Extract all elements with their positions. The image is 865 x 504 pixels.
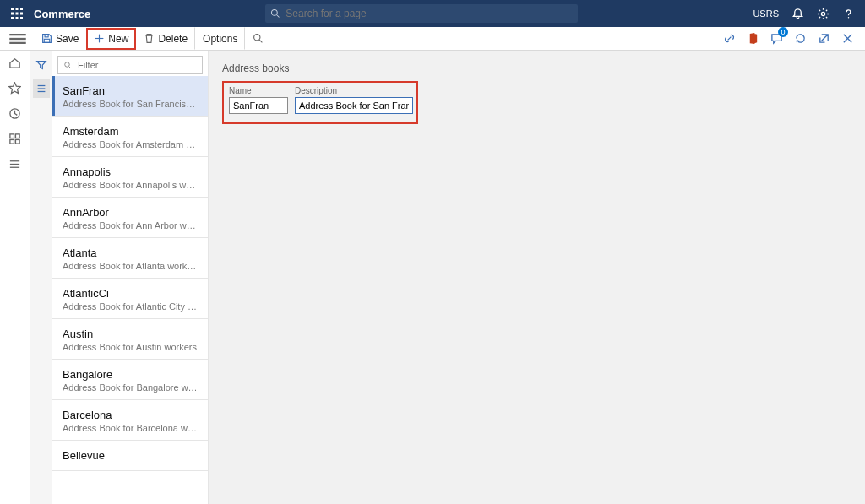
search-icon — [270, 8, 280, 19]
list-item[interactable]: BangaloreAddress Book for Bangalore work… — [52, 360, 208, 400]
delete-label: Delete — [158, 33, 188, 45]
refresh-icon[interactable] — [791, 30, 809, 48]
list-item-name: Austin — [63, 328, 198, 340]
svg-rect-25 — [10, 133, 14, 138]
list-item[interactable]: AnnArborAddress Book for Ann Arbor worke… — [52, 198, 208, 238]
delete-button[interactable]: Delete — [136, 27, 195, 50]
list-filter[interactable] — [57, 56, 203, 74]
options-button[interactable]: Options — [195, 27, 245, 50]
user-label[interactable]: USRS — [753, 8, 779, 19]
svg-point-35 — [65, 62, 70, 67]
svg-rect-4 — [16, 13, 19, 15]
options-label: Options — [203, 33, 237, 45]
svg-rect-0 — [11, 8, 14, 10]
list-item[interactable]: SanFranAddress Book for San Francisco st… — [52, 76, 208, 117]
svg-rect-7 — [16, 17, 19, 19]
list-item-name: SanFran — [63, 84, 198, 97]
save-button[interactable]: Save — [34, 27, 86, 50]
favorites-star-icon[interactable] — [8, 81, 22, 95]
svg-rect-6 — [11, 17, 14, 19]
svg-rect-28 — [15, 139, 19, 144]
svg-rect-26 — [15, 133, 19, 138]
list-item-name: Bellevue — [63, 449, 198, 462]
svg-line-21 — [260, 40, 263, 42]
list-item-desc: Address Book for Bangalore workers — [63, 382, 198, 393]
home-icon[interactable] — [8, 56, 22, 69]
svg-point-9 — [272, 10, 278, 16]
list-item[interactable]: Bellevue — [52, 441, 208, 471]
close-icon[interactable] — [838, 30, 857, 48]
office-icon[interactable] — [743, 30, 762, 48]
list-view-icon[interactable] — [33, 79, 50, 98]
collapse-nav-icon[interactable] — [7, 28, 29, 50]
svg-rect-3 — [11, 13, 14, 15]
help-icon[interactable] — [838, 3, 860, 24]
list-item-name: Amsterdam — [63, 125, 198, 138]
svg-point-12 — [848, 17, 850, 19]
list-item[interactable]: AmsterdamAddress Book for Amsterdam work… — [52, 117, 208, 157]
svg-rect-16 — [45, 35, 48, 37]
svg-point-11 — [822, 12, 825, 15]
notification-bell-icon[interactable] — [787, 3, 809, 24]
popout-icon[interactable] — [814, 30, 833, 48]
global-search-input[interactable] — [286, 8, 573, 19]
recents-clock-icon[interactable] — [8, 106, 22, 120]
svg-line-36 — [69, 66, 71, 68]
new-button[interactable]: New — [86, 28, 136, 50]
svg-point-20 — [254, 35, 260, 41]
svg-line-10 — [277, 15, 280, 18]
page-title: Address books — [222, 62, 851, 74]
filter-search-icon — [63, 61, 73, 70]
list-item[interactable]: AtlanticCiAddress Book for Atlantic City… — [52, 279, 208, 319]
input-name[interactable] — [229, 97, 288, 114]
list-item-name: Annapolis — [63, 165, 198, 178]
input-description[interactable] — [295, 97, 413, 114]
list-item-desc: Address Book for Atlanta workers — [63, 261, 198, 271]
settings-gear-icon[interactable] — [813, 3, 835, 24]
app-launcher-icon[interactable] — [5, 2, 29, 25]
svg-rect-8 — [20, 17, 23, 19]
new-label: New — [108, 33, 128, 45]
svg-rect-5 — [20, 13, 23, 15]
list-item[interactable]: AnnapolisAddress Book for Annapolis work… — [52, 157, 208, 198]
list-item-desc: Address Book for San Francisco store wor… — [63, 99, 198, 109]
list-item-name: AnnArbor — [63, 206, 198, 219]
list-item-name: Bangalore — [63, 368, 198, 381]
modules-icon[interactable] — [8, 157, 22, 171]
svg-rect-1 — [16, 8, 19, 10]
detail-form: Name Description — [222, 81, 418, 124]
svg-rect-17 — [44, 39, 50, 42]
list-item[interactable]: BarcelonaAddress Book for Barcelona work… — [52, 400, 208, 441]
workspaces-icon[interactable] — [8, 132, 22, 145]
messages-icon[interactable]: 0 — [767, 30, 786, 48]
list-filter-input[interactable] — [78, 60, 197, 70]
label-name: Name — [229, 86, 288, 95]
save-label: Save — [56, 33, 79, 45]
list-item-desc: Address Book for Atlantic City workers — [63, 301, 198, 312]
list-item-name: Atlanta — [63, 247, 198, 259]
svg-rect-27 — [10, 139, 14, 144]
label-description: Description — [295, 86, 413, 95]
link-icon[interactable] — [720, 30, 738, 48]
app-title: Commerce — [34, 8, 90, 20]
list-item-desc: Address Book for Ann Arbor workers — [63, 220, 198, 230]
list-item-name: AtlanticCi — [63, 287, 198, 300]
global-search[interactable] — [265, 4, 578, 23]
list-item-desc: Address Book for Austin workers — [63, 342, 198, 352]
list-item-name: Barcelona — [63, 409, 198, 421]
action-search-button[interactable] — [245, 27, 271, 50]
list-item-desc: Address Book for Amsterdam workers — [63, 139, 198, 149]
list-item[interactable]: AtlantaAddress Book for Atlanta workers — [52, 238, 208, 279]
list-item-desc: Address Book for Barcelona workers — [63, 423, 198, 433]
messages-badge: 0 — [778, 27, 788, 37]
filter-funnel-icon[interactable] — [33, 56, 50, 74]
list-item-desc: Address Book for Annapolis workers — [63, 180, 198, 190]
list-item[interactable]: AustinAddress Book for Austin workers — [52, 319, 208, 360]
svg-rect-2 — [20, 8, 23, 10]
